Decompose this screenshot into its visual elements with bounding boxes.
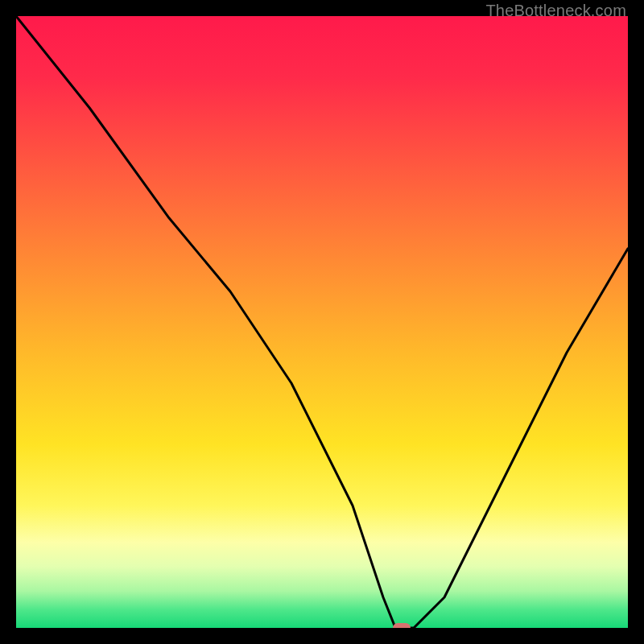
gradient-background	[16, 16, 628, 628]
chart-frame: TheBottleneck.com	[0, 0, 644, 644]
svg-rect-0	[16, 16, 628, 628]
watermark-text: TheBottleneck.com	[485, 2, 626, 20]
plot-area	[16, 16, 628, 628]
optimal-point-marker	[393, 623, 411, 628]
